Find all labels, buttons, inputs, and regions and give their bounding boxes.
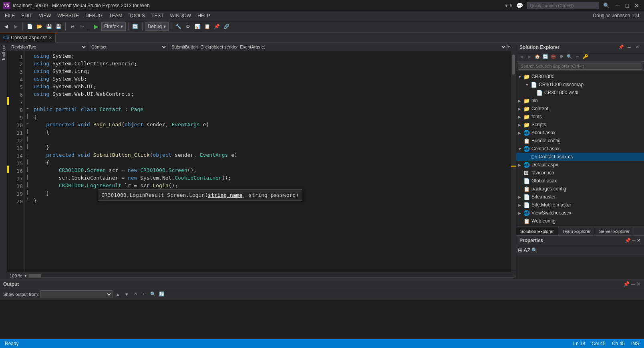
back-button[interactable]: ◀ xyxy=(2,22,10,31)
undo-button[interactable]: ↩ xyxy=(68,22,77,31)
tree-item-web-config[interactable]: 📋 Web.config xyxy=(516,217,644,225)
tree-item-root[interactable]: ▼ 📁 CR301000 xyxy=(516,73,644,81)
search-icon[interactable]: 🔍 xyxy=(603,2,610,8)
prop-minimize-button[interactable]: ─ xyxy=(632,238,636,243)
output-filter-button[interactable]: 🔍 xyxy=(149,291,157,298)
h-scroll-thumb[interactable] xyxy=(29,274,41,277)
tab-server-explorer[interactable]: Server Explorer xyxy=(595,227,634,236)
show-output-select[interactable] xyxy=(40,290,113,298)
output-refresh-button[interactable]: 🔄 xyxy=(158,291,165,298)
restore-button[interactable]: □ xyxy=(623,2,631,10)
user-avatar[interactable]: DJ xyxy=(633,13,639,18)
tree-item-discomap[interactable]: ▼ 📄 CR301000.discomap xyxy=(516,81,644,89)
output-minimize-button[interactable]: ─ xyxy=(631,281,635,287)
menu-help[interactable]: HELP xyxy=(194,12,213,19)
toolbar-btn-5[interactable]: 📌 xyxy=(212,22,221,31)
member-dropdown[interactable]: Contact xyxy=(87,42,167,51)
menu-team[interactable]: TEAM xyxy=(106,12,125,19)
right-panel: Solution Explorer 📌 ─ ✕ ◀ ▶ 🏠 🔄 ⛔ ⚙ 🔍 ≡ … xyxy=(516,42,644,279)
output-pin-button[interactable]: 📌 xyxy=(623,281,630,287)
open-button[interactable]: 📂 xyxy=(35,22,44,31)
se-search-input[interactable] xyxy=(518,63,642,70)
toolbar-btn-1[interactable]: 🔧 xyxy=(174,22,183,31)
scroll-thumb[interactable] xyxy=(512,55,515,75)
output-down-button[interactable]: ▼ xyxy=(123,291,130,298)
method-dropdown[interactable]: SubmitButton_Click(object sender, EventA… xyxy=(167,42,507,51)
refresh-button[interactable]: 🔄 xyxy=(131,22,140,31)
tree-item-default[interactable]: ▶ 🌐 Default.aspx xyxy=(516,161,644,169)
save-all-button[interactable]: 💾 xyxy=(54,22,63,31)
tree-item-packages[interactable]: 📋 packages.config xyxy=(516,185,644,193)
tab-solution-explorer[interactable]: Solution Explorer xyxy=(516,227,558,236)
toolbar-btn-6[interactable]: 🔗 xyxy=(222,22,231,31)
output-clear-button[interactable]: ✕ xyxy=(132,291,139,298)
forward-button[interactable]: ▶ xyxy=(11,22,20,31)
tree-item-bundle[interactable]: 📋 Bundle.config xyxy=(516,137,644,145)
start-debug-button[interactable]: ▶ xyxy=(92,22,101,31)
close-button[interactable]: ✕ xyxy=(633,2,641,10)
menu-window[interactable]: WINDOW xyxy=(167,12,195,19)
toolbox-label[interactable]: Toolbox xyxy=(1,46,6,61)
tab-close-button[interactable]: ✕ xyxy=(48,35,52,40)
code-area[interactable]: using System; using System.Collections.G… xyxy=(30,51,511,272)
se-pin-button[interactable]: 📌 xyxy=(618,44,625,51)
se-forward-button[interactable]: ▶ xyxy=(526,53,533,61)
tree-item-contact-aspx[interactable]: ▼ 🌐 Contact.aspx xyxy=(516,145,644,153)
horizontal-scrollbar[interactable] xyxy=(28,274,514,278)
minimize-button[interactable]: ─ xyxy=(614,2,622,10)
quick-launch-input[interactable] xyxy=(527,2,599,9)
menu-debug[interactable]: DEBUG xyxy=(82,12,106,19)
tree-item-about[interactable]: ▶ 🌐 About.aspx xyxy=(516,129,644,137)
se-close-button[interactable]: ✕ xyxy=(634,44,641,51)
zoom-dropdown[interactable]: ▾ xyxy=(24,273,27,278)
intellisense-tooltip: CR301000.LoginResult Screen.Login(string… xyxy=(98,189,302,201)
tree-item-scripts[interactable]: ▶ 📁 Scripts xyxy=(516,121,644,129)
save-button[interactable]: 💾 xyxy=(44,22,53,31)
menu-tools[interactable]: TOOLS xyxy=(125,12,148,19)
se-settings-button[interactable]: ⚙ xyxy=(558,53,565,61)
new-project-button[interactable]: 📄 xyxy=(25,22,34,31)
tree-item-site-master[interactable]: ▶ 📄 Site.master xyxy=(516,193,644,201)
tree-item-favicon[interactable]: 🖼 favicon.ico xyxy=(516,169,644,177)
toolbar-btn-4[interactable]: 📋 xyxy=(203,22,211,31)
split-editor-button[interactable]: + xyxy=(507,44,516,50)
class-dropdown[interactable]: RevisionTwo xyxy=(7,42,87,51)
se-collapse-button[interactable]: ≡ xyxy=(574,53,581,61)
toolbar-btn-3[interactable]: 📊 xyxy=(193,22,202,31)
se-refresh-button[interactable]: 🔄 xyxy=(542,53,549,61)
prop-sort-button[interactable]: ⊞ xyxy=(518,247,523,253)
tree-item-global[interactable]: 📄 Global.asax xyxy=(516,177,644,185)
prop-az-button[interactable]: AZ xyxy=(523,247,531,253)
prop-pin-button[interactable]: 📌 xyxy=(625,238,631,243)
tree-item-fonts[interactable]: ▶ 📁 fonts xyxy=(516,113,644,121)
tree-item-bin[interactable]: ▶ 📁 bin xyxy=(516,97,644,105)
se-minimize-button[interactable]: ─ xyxy=(626,44,633,51)
se-properties-button[interactable]: 🔑 xyxy=(582,53,589,61)
tab-team-explorer[interactable]: Team Explorer xyxy=(558,227,595,236)
output-close-button[interactable]: ✕ xyxy=(636,281,641,287)
tree-item-content[interactable]: ▶ 📁 Content xyxy=(516,105,644,113)
config-dropdown[interactable]: Debug xyxy=(145,22,169,31)
prop-close-button[interactable]: ✕ xyxy=(637,238,641,243)
menu-test[interactable]: TEST xyxy=(148,12,167,19)
se-back-button[interactable]: ◀ xyxy=(518,53,525,61)
menu-website[interactable]: WEBSITE xyxy=(54,12,82,19)
browser-dropdown[interactable]: Firefox xyxy=(101,22,126,31)
vertical-scrollbar[interactable] xyxy=(511,51,516,272)
se-home-button[interactable]: 🏠 xyxy=(534,53,541,61)
toolbar-btn-2[interactable]: ⚙ xyxy=(183,22,192,31)
tree-item-viewswitcher[interactable]: ▶ 🌐 ViewSwitcher.ascx xyxy=(516,209,644,217)
se-filter-button[interactable]: 🔍 xyxy=(566,53,573,61)
redo-button[interactable]: ↪ xyxy=(78,22,87,31)
tree-item-site-mobile[interactable]: ▶ 📄 Site.Mobile.master xyxy=(516,201,644,209)
menu-edit[interactable]: EDIT xyxy=(18,12,35,19)
prop-filter-button[interactable]: 🔍 xyxy=(531,247,537,253)
tree-item-wsdl[interactable]: 📄 CR301000.wsdl xyxy=(516,89,644,97)
menu-file[interactable]: FILE xyxy=(2,12,18,19)
se-stop-button[interactable]: ⛔ xyxy=(550,53,557,61)
tab-contact-aspx-cs[interactable]: C# Contact.aspx.cs* ✕ xyxy=(0,33,56,42)
output-word-wrap-button[interactable]: ↵ xyxy=(141,291,148,298)
tree-item-contact-cs[interactable]: C# Contact.aspx.cs xyxy=(516,153,644,161)
menu-view[interactable]: VIEW xyxy=(36,12,54,19)
output-up-button[interactable]: ▲ xyxy=(114,291,121,298)
